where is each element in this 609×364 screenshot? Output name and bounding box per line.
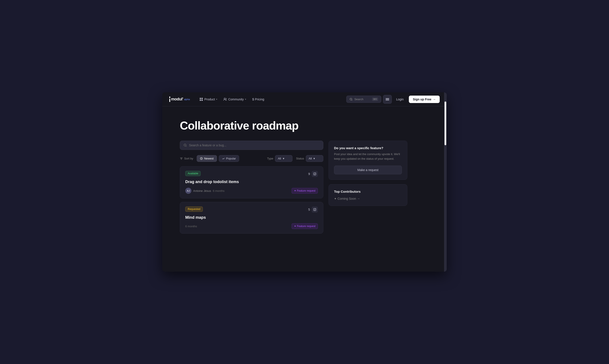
signup-button[interactable]: Sign up Free → (409, 96, 440, 103)
nav-item-product[interactable]: Product ▾ (197, 96, 220, 103)
author-name-1: Antoine Jésus (193, 189, 211, 193)
feature-tag-1[interactable]: ✦ Feature request (292, 188, 318, 194)
status-filter-select[interactable]: All ▾ (306, 155, 323, 162)
card-footer-1: AJ Antoine Jésus 6 months ✦ Feature requ… (185, 188, 318, 194)
svg-rect-0 (200, 98, 201, 99)
feature-search-bar[interactable] (180, 141, 323, 150)
logo-bars (169, 96, 170, 102)
checkbox-icon-2 (313, 208, 316, 211)
nav-items: Product ▾ Community ▾ $ Pricing (197, 96, 345, 103)
browser-window: modul' alpha Product ▾ (162, 92, 447, 272)
card-author-1: AJ Antoine Jésus 6 months (185, 188, 224, 194)
nav-item-community[interactable]: Community ▾ (221, 96, 249, 103)
nav-item-pricing[interactable]: $ Pricing (250, 96, 267, 103)
card-author-2: 6 months (185, 225, 197, 228)
search-icon (350, 98, 353, 101)
logo-text[interactable]: modul' (171, 97, 183, 102)
svg-point-4 (224, 98, 225, 99)
feature-search-input[interactable] (189, 143, 320, 147)
alpha-badge: alpha (184, 98, 190, 101)
logo-bar-1 (169, 96, 170, 98)
left-panel: Sort by Newest (180, 141, 323, 237)
logo-bar-2 (169, 99, 170, 102)
sort-newest-button[interactable]: Newest (197, 155, 217, 162)
nav-pricing-label: $ Pricing (252, 98, 264, 101)
sort-buttons: Newest Popular (197, 155, 239, 162)
status-filter-label: Status (296, 157, 304, 160)
search-kbd: ⌘K (372, 98, 378, 101)
search-placeholder: Search (354, 98, 363, 101)
sort-popular-button[interactable]: Popular (219, 155, 239, 162)
nav-right: Login Sign up Free → (393, 96, 440, 103)
scrollbar[interactable] (444, 92, 447, 272)
top-contributors-title: Top Contributors (334, 190, 402, 193)
type-filter-select[interactable]: All ▾ (275, 155, 292, 162)
feature-request-title: Do you want a specific feature? (334, 146, 402, 150)
svg-point-6 (184, 144, 186, 146)
roadmap-card-2: Requested 5 Mind maps (180, 202, 323, 234)
right-panel: Do you want a specific feature? Post you… (329, 141, 407, 237)
product-chevron-icon: ▾ (216, 98, 217, 100)
avatar-1: AJ (185, 188, 191, 194)
menu-line-2 (386, 99, 389, 100)
grid-icon (199, 98, 203, 101)
coming-soon: ✦ Coming Soon → (334, 197, 402, 200)
filters-row: Sort by Newest (180, 155, 323, 162)
status-badge-2: Requested (185, 207, 203, 212)
menu-button[interactable] (383, 95, 392, 104)
author-time-2: 6 months (185, 225, 197, 228)
vote-icon-1 (312, 171, 318, 177)
card-header-2: Requested 5 (185, 207, 318, 213)
community-chevron-icon: ▾ (245, 98, 246, 100)
svg-rect-2 (200, 100, 201, 101)
make-request-button[interactable]: Make a request (334, 166, 402, 174)
status-badge-1: Available (185, 171, 201, 176)
type-filter-label: Type (267, 157, 273, 160)
svg-point-5 (350, 98, 352, 100)
svg-rect-3 (201, 100, 203, 101)
feature-tag-2[interactable]: ✦ Feature request (292, 223, 318, 229)
vote-count-1[interactable]: 9 (308, 171, 318, 177)
menu-line-1 (386, 98, 389, 99)
sort-label: Sort by (180, 157, 193, 160)
card-title-2: Mind maps (185, 215, 318, 220)
page-title: Collaborative roadmap (180, 119, 407, 132)
nav-community-label: Community (228, 98, 244, 101)
card-header-1: Available 9 (185, 171, 318, 177)
users-icon (223, 98, 227, 101)
scrollbar-thumb[interactable] (444, 102, 446, 145)
clock-icon (200, 157, 203, 160)
feature-request-desc: Post your idea and let the community upv… (334, 152, 402, 161)
roadmap-card-1: Available 9 Drag and drop todolist it (180, 166, 323, 198)
navbar: modul' alpha Product ▾ (162, 92, 447, 106)
svg-rect-1 (201, 98, 203, 99)
status-filter: Status All ▾ (296, 155, 323, 162)
nav-product-label: Product (204, 98, 215, 101)
vote-count-2[interactable]: 5 (308, 207, 318, 213)
main-content: Collaborative roadmap (162, 106, 425, 246)
type-filter: Type All ▾ (267, 155, 292, 162)
checkbox-icon (313, 172, 316, 175)
search-bar[interactable]: Search ⌘K (346, 96, 381, 103)
arrow-icon: → (433, 98, 436, 101)
content-layout: Sort by Newest (180, 141, 407, 237)
top-contributors-card: Top Contributors ✦ Coming Soon → (329, 184, 407, 206)
menu-line-3 (386, 100, 389, 100)
type-chevron-icon: ▾ (283, 157, 284, 160)
feature-request-card: Do you want a specific feature? Post you… (329, 141, 407, 180)
logo-area: modul' alpha (169, 96, 190, 102)
card-footer-2: 6 months ✦ Feature request (185, 223, 318, 229)
feature-search-icon (183, 143, 187, 147)
trending-icon (222, 157, 225, 160)
card-title-1: Drag and drop todolist items (185, 180, 318, 184)
author-time-1: 6 months (213, 189, 224, 193)
login-button[interactable]: Login (393, 96, 406, 103)
status-chevron-icon: ▾ (313, 157, 315, 160)
vote-icon-2 (312, 207, 318, 213)
sort-icon (180, 157, 183, 160)
logo-icon: modul' (169, 96, 183, 102)
